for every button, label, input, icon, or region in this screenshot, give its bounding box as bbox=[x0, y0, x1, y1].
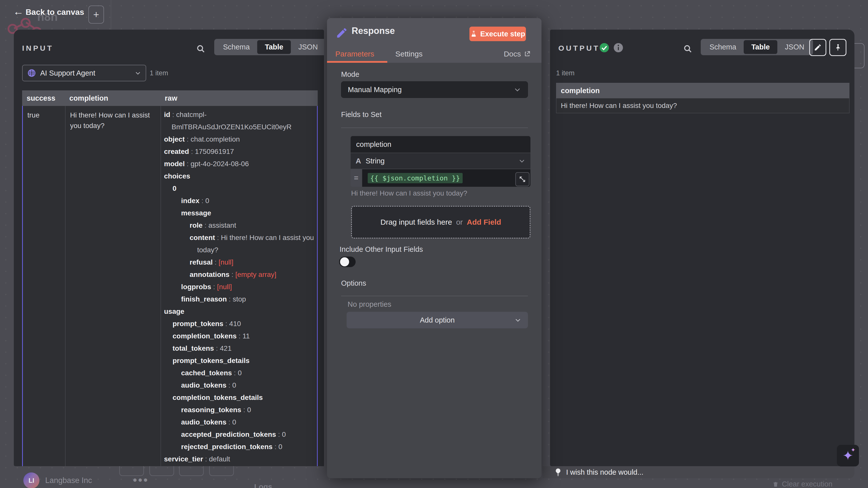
json-value: 410 bbox=[229, 320, 241, 328]
json-colon: : bbox=[185, 135, 190, 143]
tab-input-json[interactable]: JSON bbox=[291, 40, 324, 54]
json-tree-row[interactable]: usage bbox=[164, 305, 314, 318]
workspace-avatar[interactable]: LI bbox=[23, 473, 39, 488]
json-key: annotations bbox=[190, 271, 229, 279]
json-tree-row[interactable]: annotations : [empty array] bbox=[164, 268, 314, 281]
json-tree-row[interactable]: model : gpt-4o-2024-08-06 bbox=[164, 158, 314, 170]
input-panel-title: INPUT bbox=[22, 44, 54, 53]
pencil-icon bbox=[814, 43, 822, 52]
column-header-raw[interactable]: raw bbox=[160, 90, 318, 106]
input-source-select[interactable]: AI Support Agent bbox=[22, 65, 146, 82]
column-header-success[interactable]: success bbox=[22, 90, 65, 106]
json-tree-row[interactable]: rejected_prediction_tokens : 0 bbox=[164, 441, 314, 453]
json-colon: : bbox=[189, 148, 195, 155]
json-key: object bbox=[164, 135, 185, 143]
json-tree-row[interactable]: service_tier : default bbox=[164, 453, 314, 465]
drag-fields-dropzone[interactable]: Drag input fields here or Add Field bbox=[351, 206, 530, 238]
json-tree-row[interactable]: prompt_tokens_details bbox=[164, 354, 314, 367]
json-tree-row[interactable]: finish_reason : stop bbox=[164, 293, 314, 305]
back-to-canvas-button[interactable]: Back to canvas bbox=[26, 7, 84, 17]
field-type-value: String bbox=[366, 157, 514, 165]
json-tree-row[interactable]: id : chatcmpl-BmlTBRAuSdJrOZEN1Ko5EUCit0… bbox=[164, 108, 314, 133]
json-tree-row[interactable]: accepted_prediction_tokens : 0 bbox=[164, 428, 314, 441]
json-tree-row[interactable]: 0 bbox=[164, 182, 314, 195]
field-type-select[interactable]: A String bbox=[351, 153, 530, 169]
tab-input-schema[interactable]: Schema bbox=[216, 40, 257, 54]
json-tree-row[interactable]: content : Hi there! How can I assist you… bbox=[164, 231, 314, 256]
json-value: 0 bbox=[232, 418, 236, 426]
add-field-button[interactable]: Add Field bbox=[467, 218, 501, 226]
tab-output-json[interactable]: JSON bbox=[777, 40, 812, 54]
no-properties-text: No properties bbox=[348, 300, 391, 308]
json-tree-row[interactable]: logprobs : [null] bbox=[164, 281, 314, 293]
logs-label[interactable]: Logs bbox=[254, 483, 272, 488]
workspace-name: Langbase Inc bbox=[45, 476, 92, 485]
json-tree-row[interactable]: completion_tokens_details bbox=[164, 391, 314, 404]
search-icon[interactable] bbox=[683, 44, 692, 53]
json-tree-row[interactable]: role : assistant bbox=[164, 219, 314, 231]
json-tree-row[interactable]: created : 1750961917 bbox=[164, 145, 314, 158]
ai-assistant-button[interactable]: ✦ ✦ bbox=[837, 445, 859, 466]
success-check-icon bbox=[599, 43, 609, 53]
json-value: 11 bbox=[243, 332, 250, 340]
field-name-input[interactable]: completion bbox=[351, 136, 530, 153]
pin-data-button[interactable] bbox=[829, 39, 846, 56]
json-tree-row[interactable]: prompt_tokens : 410 bbox=[164, 318, 314, 330]
tab-settings[interactable]: Settings bbox=[395, 50, 423, 58]
json-value: chatcmpl-BmlTBRAuSdJrOZEN1Ko5EUCit0eyR bbox=[172, 111, 291, 131]
external-link-icon bbox=[524, 51, 530, 57]
tab-output-schema[interactable]: Schema bbox=[702, 40, 744, 54]
output-table-row[interactable]: Hi there! How can I assist you today? bbox=[556, 98, 849, 113]
json-tree-row[interactable]: refusal : [null] bbox=[164, 256, 314, 268]
json-colon: : bbox=[223, 320, 229, 328]
divider bbox=[341, 296, 528, 296]
edit-output-button[interactable] bbox=[809, 39, 826, 56]
json-key: 0 bbox=[173, 185, 177, 192]
json-tree-row[interactable]: cached_tokens : 0 bbox=[164, 367, 314, 379]
column-header-completion[interactable]: completion bbox=[65, 90, 160, 106]
mode-select[interactable]: Manual Mapping bbox=[341, 82, 528, 98]
json-key: model bbox=[164, 160, 185, 168]
json-key: choices bbox=[164, 172, 190, 180]
json-tree-row[interactable]: audio_tokens : 0 bbox=[164, 379, 314, 391]
json-tree-row[interactable]: reasoning_tokens : 0 bbox=[164, 404, 314, 416]
json-value: chat.completion bbox=[191, 135, 240, 143]
json-colon: : bbox=[213, 258, 218, 266]
json-key: created bbox=[164, 148, 189, 155]
json-tree-row[interactable]: completion_tokens : 11 bbox=[164, 330, 314, 342]
back-arrow-icon[interactable]: ← bbox=[13, 5, 24, 18]
include-other-fields-toggle[interactable] bbox=[339, 257, 355, 267]
input-table: success completion raw true Hi there! Ho… bbox=[22, 90, 318, 466]
chevron-down-icon bbox=[515, 317, 521, 324]
tab-parameters[interactable]: Parameters bbox=[335, 50, 374, 58]
output-column-header[interactable]: completion bbox=[556, 83, 849, 98]
info-icon[interactable] bbox=[613, 43, 623, 53]
json-tree-row[interactable]: total_tokens : 421 bbox=[164, 342, 314, 354]
json-tree-row[interactable]: message bbox=[164, 207, 314, 219]
json-key: prompt_tokens bbox=[173, 320, 223, 328]
json-tree-row[interactable]: object : chat.completion bbox=[164, 133, 314, 145]
json-colon: : bbox=[185, 160, 190, 168]
active-tab-underline bbox=[327, 61, 387, 63]
search-icon[interactable] bbox=[196, 44, 205, 53]
add-option-button[interactable]: Add option bbox=[347, 312, 528, 328]
node-feedback-bar[interactable]: I wish this node would... bbox=[542, 466, 855, 478]
execute-step-button[interactable]: Execute step bbox=[469, 27, 526, 41]
field-value-input[interactable]: {{ $json.completion }} bbox=[362, 169, 530, 187]
clear-execution-button[interactable]: Clear execution bbox=[772, 480, 833, 488]
expand-expression-button[interactable] bbox=[516, 172, 529, 186]
json-tree-row[interactable]: index : 0 bbox=[164, 195, 314, 207]
json-key: role bbox=[190, 221, 203, 229]
json-tree-row[interactable]: choices bbox=[164, 170, 314, 182]
json-key: id bbox=[164, 111, 170, 119]
table-row[interactable]: true Hi there! How can I assist you toda… bbox=[22, 106, 318, 466]
add-node-button[interactable]: + bbox=[88, 5, 104, 24]
tab-input-table[interactable]: Table bbox=[257, 40, 291, 54]
workspace-menu-dots-icon[interactable]: ●●● bbox=[133, 476, 149, 484]
docs-link[interactable]: Docs bbox=[504, 50, 530, 58]
node-title[interactable]: Response bbox=[352, 26, 395, 36]
json-value: 0 bbox=[232, 381, 236, 389]
tab-output-table[interactable]: Table bbox=[744, 40, 777, 54]
json-tree-row[interactable]: system_fingerprint : fp_07871e2ad8 bbox=[164, 465, 314, 466]
json-tree-row[interactable]: audio_tokens : 0 bbox=[164, 416, 314, 428]
